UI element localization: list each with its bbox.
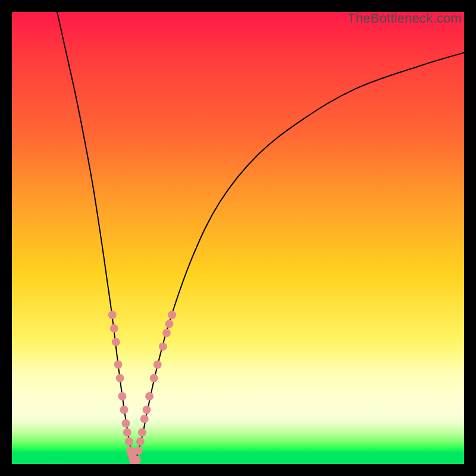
highlight-dot [162,329,171,337]
highlight-dot [142,406,151,414]
watermark-text: TheBottleneck.com [347,11,462,26]
highlight-dot [120,406,128,414]
highlight-dot [112,338,120,346]
highlight-dot [159,342,167,350]
highlight-dot [116,374,124,383]
highlight-markers [108,311,176,464]
highlight-dot [108,311,117,319]
chart-svg [12,12,464,464]
chart-frame: TheBottleneck.com [12,12,464,464]
highlight-dot [168,311,176,319]
highlight-dot [134,446,143,455]
highlight-dot [122,419,130,428]
highlight-dot [110,324,118,333]
highlight-dot [154,361,162,369]
highlight-dot [123,428,131,437]
highlight-dot [138,428,146,437]
highlight-dot [150,374,158,383]
highlight-dot [140,415,149,423]
highlight-dot [125,437,133,446]
highlight-dot [136,437,145,446]
highlight-dot [118,392,126,400]
highlight-dot [133,455,141,464]
highlight-dot [145,392,154,400]
highlight-dot [114,361,123,369]
highlight-dot [165,320,173,328]
